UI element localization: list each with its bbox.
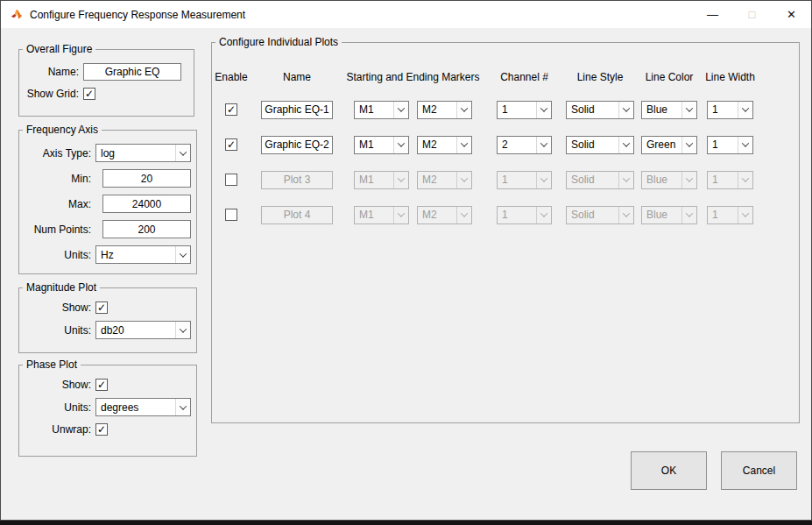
chevron-down-icon: [738, 102, 752, 118]
chevron-down-icon: [681, 207, 696, 223]
show-grid-checkbox[interactable]: ✓: [83, 88, 95, 100]
individual-plots-legend: Configure Individual Plots: [215, 36, 342, 48]
header-enable: Enable: [215, 71, 247, 83]
line-color-value: Blue: [642, 209, 681, 221]
header-channel: Channel #: [500, 71, 548, 83]
plot2-name-field[interactable]: [261, 136, 333, 154]
cancel-button[interactable]: Cancel: [721, 451, 797, 490]
overall-figure-legend: Overall Figure: [23, 43, 95, 55]
chevron-down-icon: [618, 172, 633, 188]
start-marker-value: M1: [355, 103, 393, 116]
plot4-channel-dropdown: 1: [497, 206, 552, 224]
plot-row-1: ✓ M1 M2 1 Solid Blue 1: [212, 100, 799, 119]
min-field[interactable]: [102, 169, 191, 188]
plot2-enable-checkbox[interactable]: ✓: [225, 138, 237, 151]
figure-name-field[interactable]: [83, 63, 181, 81]
end-marker-value: M2: [418, 209, 456, 221]
axis-type-dropdown[interactable]: log: [95, 144, 191, 162]
chevron-down-icon: [738, 207, 752, 223]
max-label: Max:: [25, 198, 91, 210]
close-icon[interactable]: ✕: [772, 1, 811, 28]
chevron-down-icon: [738, 137, 752, 153]
plot3-line-color-dropdown: Blue: [641, 171, 697, 189]
num-points-field[interactable]: [102, 220, 191, 238]
phase-plot-legend: Phase Plot: [23, 358, 81, 371]
plot1-line-color-dropdown[interactable]: Blue: [641, 101, 697, 119]
plot3-enable-checkbox[interactable]: [225, 174, 237, 186]
figure-name-label: Name:: [25, 66, 79, 78]
plot2-channel-dropdown[interactable]: 2: [497, 136, 552, 154]
frequency-axis-group: Frequency Axis Axis Type: log Min: Max: …: [18, 124, 197, 274]
header-name: Name: [283, 71, 311, 83]
chevron-down-icon: [681, 102, 696, 118]
plot2-start-marker-dropdown[interactable]: M1: [354, 136, 409, 154]
dialog-window: Configure Frequency Response Measurement…: [0, 0, 812, 521]
axis-type-label: Axis Type:: [25, 147, 91, 160]
plot4-start-marker-dropdown: M1: [354, 206, 409, 224]
min-row: Min:: [25, 169, 191, 188]
line-style-value: Solid: [567, 103, 618, 116]
freq-units-value: Hz: [96, 249, 175, 261]
chevron-down-icon: [536, 102, 551, 118]
plot4-end-marker-dropdown: M2: [417, 206, 472, 224]
plot1-name-field[interactable]: [261, 101, 333, 119]
line-width-value: 1: [708, 209, 738, 221]
start-marker-value: M1: [355, 174, 393, 186]
mag-units-value: db20: [96, 324, 175, 337]
frequency-axis-legend: Frequency Axis: [23, 124, 102, 136]
header-line-color: Line Color: [646, 71, 694, 83]
plot-row-4: M1 M2 1 Solid Blue 1: [212, 205, 799, 224]
window-controls: — □ ✕: [693, 1, 811, 28]
individual-plots-group: Configure Individual Plots Enable Name S…: [211, 36, 800, 423]
axis-type-value: log: [96, 147, 175, 160]
plot1-line-width-dropdown[interactable]: 1: [707, 101, 753, 119]
unwrap-checkbox[interactable]: ✓: [95, 423, 108, 436]
plot1-line-style-dropdown[interactable]: Solid: [566, 101, 634, 119]
start-marker-value: M1: [355, 138, 393, 151]
unwrap-label: Unwrap:: [25, 423, 91, 436]
channel-value: 2: [498, 138, 536, 151]
plot4-line-color-dropdown: Blue: [641, 206, 697, 224]
max-field[interactable]: [102, 195, 191, 213]
plot1-channel-dropdown[interactable]: 1: [497, 101, 552, 119]
channel-value: 1: [498, 209, 536, 221]
chevron-down-icon: [536, 207, 551, 223]
phase-plot-group: Phase Plot Show: ✓ Units: degrees Unwrap…: [18, 358, 197, 457]
plot4-enable-checkbox[interactable]: [225, 209, 237, 221]
phase-show-row: Show: ✓: [25, 379, 191, 391]
window-title: Configure Frequency Response Measurement: [30, 9, 245, 21]
plot2-line-width-dropdown[interactable]: 1: [707, 136, 753, 154]
mag-show-label: Show:: [25, 302, 91, 314]
plot1-end-marker-dropdown[interactable]: M2: [417, 101, 472, 119]
chevron-down-icon: [393, 137, 408, 153]
freq-units-label: Units:: [25, 249, 91, 261]
freq-units-dropdown[interactable]: Hz: [95, 245, 191, 264]
ok-button[interactable]: OK: [631, 451, 707, 490]
plot2-line-style-dropdown[interactable]: Solid: [566, 136, 634, 154]
plots-header-row: Enable Name Starting and Ending Markers …: [212, 71, 799, 84]
channel-value: 1: [498, 103, 536, 116]
chevron-down-icon: [618, 102, 633, 118]
plot2-end-marker-dropdown[interactable]: M2: [417, 136, 472, 154]
chevron-down-icon: [456, 172, 471, 188]
plot3-channel-dropdown: 1: [497, 171, 552, 189]
show-grid-row: Show Grid: ✓: [25, 88, 188, 100]
phase-units-dropdown[interactable]: degrees: [95, 398, 191, 416]
plot2-line-color-dropdown[interactable]: Green: [641, 136, 697, 154]
plot1-enable-checkbox[interactable]: ✓: [225, 103, 237, 116]
mag-units-dropdown[interactable]: db20: [95, 321, 191, 339]
num-points-row: Num Points:: [25, 220, 191, 238]
plot3-end-marker-dropdown: M2: [417, 171, 472, 189]
plot3-name-field: [261, 171, 333, 189]
phase-units-row: Units: degrees: [25, 398, 191, 416]
minimize-icon[interactable]: —: [693, 1, 732, 28]
chevron-down-icon: [175, 322, 190, 338]
line-style-value: Solid: [567, 174, 618, 186]
header-line-style: Line Style: [577, 71, 624, 83]
mag-show-checkbox[interactable]: ✓: [95, 302, 108, 314]
phase-show-checkbox[interactable]: ✓: [95, 379, 108, 391]
chevron-down-icon: [393, 102, 408, 118]
plot3-line-style-dropdown: Solid: [566, 171, 634, 189]
plot1-start-marker-dropdown[interactable]: M1: [354, 101, 409, 119]
line-width-value: 1: [708, 138, 738, 151]
